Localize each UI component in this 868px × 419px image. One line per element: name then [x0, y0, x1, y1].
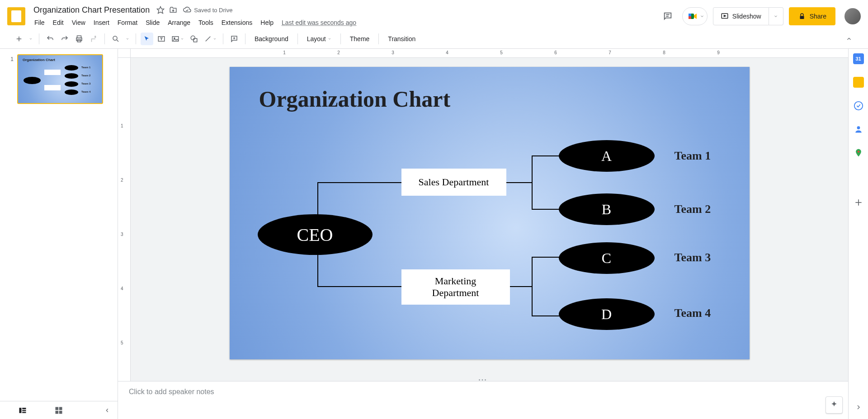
grid-view-icon[interactable] [54, 406, 63, 415]
node-b[interactable]: B [559, 193, 655, 225]
meet-button[interactable] [682, 7, 708, 25]
new-slide-button[interactable] [13, 33, 25, 45]
svg-point-26 [854, 102, 862, 110]
print-button[interactable] [73, 33, 85, 45]
node-d[interactable]: D [559, 298, 655, 330]
node-marketing-dept[interactable]: Marketing Department [401, 269, 510, 305]
transition-button[interactable]: Transition [383, 33, 420, 45]
slides-app-icon[interactable] [7, 7, 25, 25]
explore-button[interactable] [826, 396, 843, 414]
comments-icon[interactable] [659, 7, 677, 25]
menu-extensions[interactable]: Extensions [218, 17, 256, 28]
textbox-tool[interactable] [155, 33, 168, 45]
image-tool[interactable] [170, 33, 186, 45]
svg-rect-37 [56, 410, 59, 414]
svg-point-21 [191, 36, 195, 40]
account-avatar[interactable] [844, 8, 861, 24]
chevron-down-icon [774, 14, 778, 19]
menu-file[interactable]: File [31, 17, 48, 28]
menu-tools[interactable]: Tools [195, 17, 217, 28]
toolbar: Background Layout Theme Transition [0, 29, 868, 49]
show-side-panel-icon[interactable] [853, 402, 864, 413]
paint-format-button[interactable] [87, 33, 100, 45]
svg-point-28 [857, 151, 859, 152]
ruler-corner [118, 49, 131, 58]
menu-slide[interactable]: Slide [142, 17, 163, 28]
svg-marker-7 [724, 15, 726, 17]
background-button[interactable]: Background [250, 33, 293, 45]
filmstrip-view-icon[interactable] [18, 406, 27, 415]
collapse-toolbar-icon[interactable] [843, 33, 855, 45]
label-team-4[interactable]: Team 4 [675, 306, 711, 320]
horizontal-ruler[interactable]: 1 2 3 4 5 6 7 8 9 [131, 49, 848, 58]
node-ceo[interactable]: CEO [258, 214, 373, 255]
new-slide-dropdown[interactable] [27, 33, 34, 45]
meet-icon [687, 11, 698, 22]
speaker-notes[interactable]: Click to add speaker notes [118, 381, 848, 419]
menu-arrange[interactable]: Arrange [164, 17, 194, 28]
svg-marker-0 [157, 7, 164, 14]
menu-insert[interactable]: Insert [90, 17, 113, 28]
svg-rect-4 [689, 14, 691, 16]
slide-thumbnail-1[interactable]: Organization Chart Team 1 Team 2 Team 3 … [17, 54, 103, 104]
line-tool[interactable] [202, 33, 218, 45]
lock-icon [798, 12, 806, 20]
zoom-dropdown[interactable] [124, 33, 131, 45]
undo-button[interactable] [44, 33, 57, 45]
node-c[interactable]: C [559, 242, 655, 274]
svg-rect-36 [59, 407, 62, 410]
redo-button[interactable] [58, 33, 71, 45]
slideshow-button[interactable]: Slideshow [713, 7, 769, 25]
menu-edit[interactable]: Edit [49, 17, 67, 28]
svg-point-14 [113, 36, 117, 40]
slide-number: 1 [8, 54, 14, 104]
node-sales-dept[interactable]: Sales Department [401, 169, 506, 196]
save-status[interactable]: Saved to Drive [183, 6, 232, 14]
zoom-button[interactable] [109, 33, 122, 45]
calendar-addon-icon[interactable]: 31 [853, 53, 864, 64]
svg-rect-22 [193, 38, 197, 42]
node-a[interactable]: A [559, 140, 655, 172]
share-button[interactable]: Share [789, 7, 835, 25]
shape-tool[interactable] [188, 33, 200, 45]
slide-panel[interactable]: 1 Organization Chart Team 1 Team 2 Team … [0, 49, 118, 419]
collapse-filmstrip-icon[interactable] [104, 407, 110, 414]
svg-rect-5 [689, 16, 691, 19]
document-title[interactable]: Organization Chart Presentation [31, 5, 152, 16]
label-team-1[interactable]: Team 1 [675, 149, 711, 163]
side-panel: 31 [848, 49, 868, 419]
comment-tool[interactable] [228, 33, 241, 45]
svg-rect-32 [22, 408, 26, 409]
svg-rect-35 [56, 407, 59, 410]
maps-addon-icon[interactable] [853, 147, 864, 158]
get-addons-icon[interactable] [853, 197, 864, 208]
last-edit-link[interactable]: Last edit was seconds ago [278, 17, 360, 28]
svg-line-23 [206, 36, 211, 41]
svg-line-15 [117, 40, 118, 42]
canvas-area[interactable]: 1 2 3 4 5 6 7 8 9 1 2 3 4 5 Organization… [118, 49, 848, 419]
speaker-notes-placeholder: Click to add speaker notes [129, 388, 214, 395]
keep-addon-icon[interactable] [853, 77, 864, 88]
menu-view[interactable]: View [68, 17, 89, 28]
slide-canvas[interactable]: Organization Chart [230, 67, 750, 359]
theme-button[interactable]: Theme [345, 33, 374, 45]
select-tool[interactable] [141, 33, 153, 45]
svg-rect-8 [800, 16, 804, 19]
star-icon[interactable] [156, 5, 165, 14]
play-icon [721, 12, 729, 20]
move-icon[interactable] [169, 5, 178, 14]
label-team-3[interactable]: Team 3 [675, 251, 711, 264]
slideshow-dropdown[interactable] [769, 7, 783, 25]
menu-format[interactable]: Format [114, 17, 141, 28]
svg-rect-34 [22, 412, 26, 413]
menu-bar: File Edit View Insert Format Slide Arran… [31, 16, 659, 29]
contacts-addon-icon[interactable] [853, 124, 864, 135]
layout-button[interactable]: Layout [302, 33, 336, 45]
vertical-ruler[interactable]: 1 2 3 4 5 [118, 58, 131, 419]
view-mode-bar [0, 401, 118, 419]
label-team-2[interactable]: Team 2 [675, 202, 711, 216]
slide-title[interactable]: Organization Chart [259, 86, 451, 112]
svg-rect-33 [22, 410, 26, 411]
menu-help[interactable]: Help [257, 17, 277, 28]
tasks-addon-icon[interactable] [853, 100, 864, 111]
